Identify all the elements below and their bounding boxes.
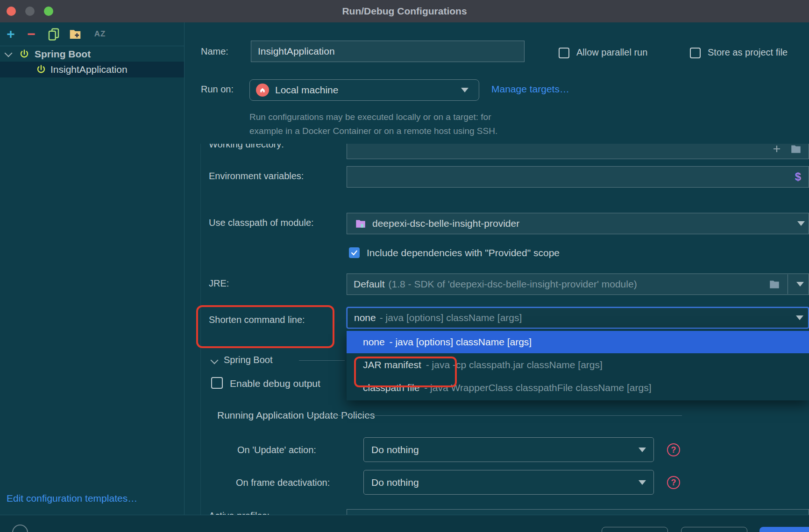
section-rule [308,415,682,416]
chevron-down-icon[interactable] [5,49,13,57]
copy-configuration-icon[interactable] [46,26,62,42]
browse-folder-icon[interactable] [768,278,781,290]
combo-separator [788,274,788,294]
tree-group-label: Spring Boot [35,49,91,60]
provided-scope-label: Include dependencies with "Provided" sco… [367,247,560,259]
use-classpath-combobox[interactable]: deepexi-dsc-belle-insight-provider [347,213,809,234]
env-macro-dollar-icon[interactable]: $ [795,170,801,183]
tree-item-label: InsightApplication [50,64,128,75]
apply-button[interactable] [681,527,747,532]
chevron-down-icon [639,480,646,485]
chevron-down-icon [461,88,468,92]
name-label: Name: [201,46,228,57]
jre-value-primary: Default [354,279,385,290]
run-on-value: Local machine [275,84,338,96]
shorten-command-line-dropdown: none - java [options] className [args] J… [347,329,809,400]
help-button[interactable] [12,525,28,532]
active-profiles-input[interactable] [347,509,809,515]
question-mark: ? [671,478,676,488]
annotation-jar-manifest [354,357,457,387]
power-icon [19,49,30,60]
help-icon[interactable]: ? [667,476,680,489]
run-on-help-line1: Run configurations may be executed local… [249,112,491,122]
option-primary: none [363,336,385,347]
jre-combobox[interactable]: Default (1.8 - SDK of 'deepexi-dsc-belle… [347,273,809,295]
run-on-label: Run on: [201,84,234,95]
provided-scope-checkbox[interactable] [349,247,360,258]
on-update-action-combobox[interactable]: Do nothing [363,437,654,462]
use-classpath-label: Use classpath of module: [209,217,314,228]
dropdown-option-none[interactable]: none - java [options] className [args] [347,331,809,353]
add-configuration-icon[interactable]: + [4,26,18,42]
question-mark: ? [671,445,676,455]
allow-parallel-run-checkbox[interactable] [559,48,569,58]
on-update-action-label: On 'Update' action: [237,445,316,455]
edit-configuration-templates-link[interactable]: Edit configuration templates… [7,493,137,504]
folder-plus-icon [68,27,82,41]
spring-boot-section-label: Spring Boot [224,355,273,365]
shorten-value-secondary: - java [options] className [args] [380,312,522,323]
chevron-down-icon [796,315,803,320]
new-folder-icon[interactable] [67,26,83,42]
options-scroll-pane[interactable]: Working directory: Environment variables… [185,144,809,515]
manage-targets-link[interactable]: Manage targets… [491,84,569,95]
window-title: Run/Debug Configurations [0,0,809,22]
chevron-down-icon[interactable] [211,357,219,364]
chevron-down-icon [797,221,805,226]
allow-parallel-run-label: Allow parallel run [576,47,647,58]
run-on-combobox[interactable]: Local machine [249,79,479,101]
jre-value-secondary: (1.8 - SDK of 'deepexi-dsc-belle-insight… [389,279,637,290]
option-secondary: - java WrapperClass classpathFile classN… [424,382,651,393]
run-debug-configurations-dialog: Run/Debug Configurations + − AZ Spring B… [0,0,809,532]
title-bar: Run/Debug Configurations [0,0,809,22]
store-as-project-file-label: Store as project file [708,47,788,58]
insert-macro-plus-icon[interactable] [771,144,782,154]
jre-label: JRE: [209,278,229,289]
shorten-command-line-combobox[interactable]: none - java [options] className [args] [347,307,809,329]
working-directory-label: Working directory: [209,144,284,150]
check-icon [350,249,358,257]
name-value: InsightApplication [251,41,524,62]
name-input[interactable]: InsightApplication [251,41,525,62]
browse-folder-icon[interactable] [790,144,802,155]
ok-button[interactable] [759,527,809,532]
sidebar-item-spring-boot-group[interactable]: Spring Boot [0,46,184,62]
sort-az-icon: AZ [94,29,106,39]
run-on-help-line2: example in a Docker Container or on a re… [249,126,497,136]
help-icon[interactable]: ? [667,443,680,456]
environment-variables-input[interactable]: $ [347,166,809,188]
on-frame-deactivation-combobox[interactable]: Do nothing [363,470,654,495]
copy-icon [47,27,61,41]
shorten-value-primary: none [354,312,376,323]
power-icon [35,64,47,75]
chevron-down-icon [796,282,804,287]
enable-debug-output-label: Enable debug output [230,378,320,389]
remove-configuration-icon[interactable]: − [24,26,38,42]
local-machine-icon [256,84,269,97]
sort-configurations-icon[interactable]: AZ [91,26,109,42]
cancel-button[interactable] [602,527,668,532]
option-secondary: - java [options] className [args] [390,336,532,347]
environment-variables-label: Environment variables: [209,171,304,182]
on-frame-deactivation-label: On frame deactivation: [236,477,330,488]
annotation-shorten-command-line [196,305,334,348]
sidebar-item-insight-application[interactable]: InsightApplication [0,62,184,77]
enable-debug-output-checkbox[interactable] [211,377,223,389]
working-directory-input[interactable] [347,144,809,159]
active-profiles-label: Active profiles: [209,511,270,515]
section-rule [299,360,345,361]
store-as-project-file-checkbox[interactable] [690,48,701,58]
on-update-value: Do nothing [371,444,419,455]
on-frame-value: Do nothing [371,477,419,488]
use-classpath-value: deepexi-dsc-belle-insight-provider [372,218,519,229]
module-icon [355,217,367,230]
chevron-down-icon [639,448,646,452]
dialog-footer [0,515,809,532]
